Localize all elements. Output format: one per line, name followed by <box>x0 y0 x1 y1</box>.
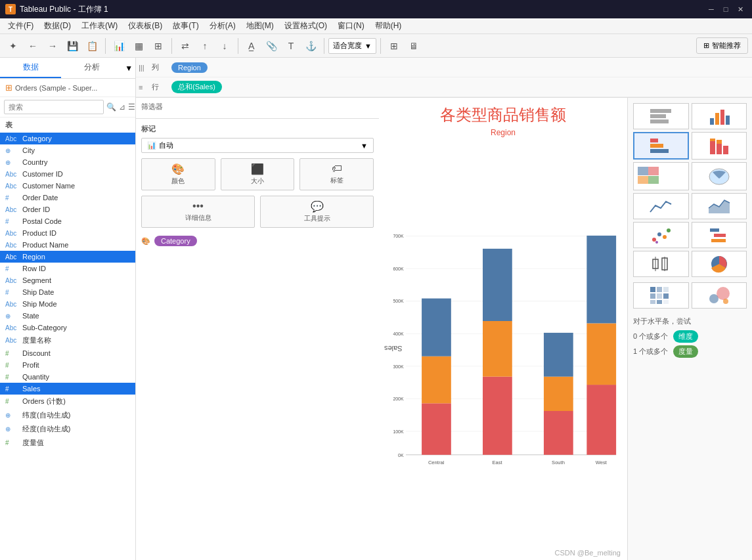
chart-type-gantt[interactable] <box>692 222 747 248</box>
chart-type-scatter[interactable] <box>633 162 689 190</box>
tab-analysis[interactable]: 分析 <box>61 58 122 78</box>
chart-type-pie[interactable] <box>692 251 747 277</box>
toolbar-grid[interactable]: ⊞ <box>385 37 403 55</box>
field-sub-category[interactable]: Abc Sub-Category <box>0 322 135 334</box>
field-measure-values[interactable]: # 度量值 <box>0 436 135 450</box>
right-panel: 对于水平条，尝试 0 个或多个 维度 1 个或多个 度量 <box>627 98 752 560</box>
menu-story[interactable]: 故事(T) <box>167 19 204 33</box>
field-product-id[interactable]: Abc Product ID <box>0 227 135 239</box>
field-city[interactable]: ⊕ City <box>0 144 135 156</box>
smart-recommend-button[interactable]: ⊞ 智能推荐 <box>696 37 748 54</box>
field-product-name[interactable]: Abc Product Name <box>0 239 135 251</box>
field-discount[interactable]: # Discount <box>0 347 135 359</box>
chart-type-scatter2[interactable] <box>633 222 689 248</box>
fit-dropdown[interactable]: 适合宽度 ▼ <box>328 38 376 54</box>
field-profit[interactable]: # Profit <box>0 359 135 371</box>
chart-type-text[interactable] <box>633 103 689 129</box>
data-source[interactable]: ⊞ Orders (Sample - Super... <box>0 79 135 97</box>
search-input[interactable] <box>4 100 104 114</box>
cols-region-pill[interactable]: Region <box>171 62 208 73</box>
chart-type-line[interactable] <box>633 193 689 219</box>
menu-map[interactable]: 地图(M) <box>241 19 279 33</box>
rows-sales-pill[interactable]: 总和(Sales) <box>171 81 222 93</box>
menu-window[interactable]: 窗口(N) <box>332 19 370 33</box>
field-ship-mode[interactable]: Abc Ship Mode <box>0 298 135 310</box>
toolbar-forward[interactable]: → <box>43 37 62 55</box>
field-type-icon: Abc <box>5 337 18 344</box>
chart-type-hbar-selected[interactable] <box>633 132 689 160</box>
svg-text:0K: 0K <box>398 453 404 458</box>
toolbar-sheet3[interactable]: ⊞ <box>149 37 167 55</box>
field-latitude[interactable]: ⊕ 纬度(自动生成) <box>0 408 135 422</box>
svg-rect-20 <box>650 109 671 113</box>
menu-dashboard[interactable]: 仪表板(B) <box>123 19 167 33</box>
sidebar-tab-arrow[interactable]: ▼ <box>122 58 135 78</box>
mark-size-button[interactable]: ⬛ 大小 <box>221 158 295 190</box>
toolbar-t[interactable]: T <box>282 37 300 55</box>
toolbar-sheet2[interactable]: ▦ <box>129 37 148 55</box>
menu-analysis[interactable]: 分析(A) <box>204 19 241 33</box>
marks-category-pill[interactable]: Category <box>154 236 197 246</box>
field-segment[interactable]: Abc Segment <box>0 274 135 286</box>
field-order-date[interactable]: # Order Date <box>0 192 135 204</box>
menu-file[interactable]: 文件(F) <box>3 19 39 33</box>
dim-count-label: 0 个或多个 <box>633 332 668 341</box>
field-sales[interactable]: # Sales <box>0 383 135 395</box>
window-title: Tableau Public - 工作簿 1 <box>20 4 705 15</box>
toolbar-save[interactable]: 💾 <box>63 37 81 55</box>
toolbar-sort-asc[interactable]: ↑ <box>196 37 214 55</box>
field-customer-name[interactable]: Abc Customer Name <box>0 180 135 192</box>
search-icon[interactable]: 🔍 <box>106 100 116 114</box>
field-longitude[interactable]: ⊕ 经度(自动生成) <box>0 422 135 436</box>
field-type-icon: Abc <box>5 253 18 261</box>
mark-detail-button[interactable]: ••• 详细信息 <box>141 196 255 228</box>
toolbar-swap[interactable]: ⇄ <box>176 37 194 55</box>
svg-rect-25 <box>720 110 724 125</box>
toolbar-fix[interactable]: ⚓ <box>301 37 320 55</box>
chart-type-heatmap[interactable] <box>633 282 689 309</box>
toolbar-sort-desc[interactable]: ↓ <box>215 37 234 55</box>
toolbar-sheet[interactable]: 📊 <box>110 37 128 55</box>
menu-format[interactable]: 设置格式(O) <box>279 19 332 33</box>
menu-worksheet[interactable]: 工作表(W) <box>76 19 123 33</box>
toolbar-new[interactable]: ✦ <box>4 37 22 55</box>
menu-data[interactable]: 数据(D) <box>39 19 76 33</box>
toolbar-save2[interactable]: 📋 <box>83 37 101 55</box>
menu-help[interactable]: 帮助(H) <box>370 19 407 33</box>
mark-label-button[interactable]: 🏷 标签 <box>299 158 374 190</box>
field-ship-date[interactable]: # Ship Date <box>0 286 135 298</box>
field-row-id[interactable]: # Row ID <box>0 263 135 274</box>
mark-tooltip-button[interactable]: 💬 工具提示 <box>260 196 374 228</box>
bar-west-technology <box>586 236 616 324</box>
chart-type-stacked-bar[interactable] <box>692 132 747 160</box>
minimize-button[interactable]: ─ <box>705 3 718 16</box>
field-state[interactable]: ⊕ State <box>0 310 135 322</box>
toolbar-attach[interactable]: 📎 <box>262 37 280 55</box>
tab-data[interactable]: 数据 <box>0 58 61 78</box>
field-customer-id[interactable]: Abc Customer ID <box>0 168 135 180</box>
maximize-button[interactable]: □ <box>719 3 732 16</box>
field-quantity[interactable]: # Quantity <box>0 371 135 383</box>
field-postal-code[interactable]: # Postal Code <box>0 215 135 227</box>
filter-icon[interactable]: ⊿ <box>119 100 125 114</box>
close-button[interactable]: ✕ <box>734 3 747 16</box>
view-icon[interactable]: ☰ <box>128 100 135 114</box>
toolbar-text[interactable]: A̲ <box>242 37 261 55</box>
chart-type-bar[interactable] <box>692 103 747 129</box>
field-region[interactable]: Abc Region <box>0 251 135 263</box>
field-measure-name[interactable]: Abc 度量名称 <box>0 334 135 347</box>
field-country[interactable]: ⊕ Country <box>0 156 135 168</box>
chart-type-boxplot[interactable] <box>633 251 689 277</box>
field-type-icon: Abc <box>5 277 18 284</box>
field-category[interactable]: Abc Category <box>0 133 135 144</box>
chart-type-area[interactable] <box>692 193 747 219</box>
field-order-id[interactable]: Abc Order ID <box>0 204 135 215</box>
chart-type-map[interactable] <box>692 162 747 190</box>
toolbar-back[interactable]: ← <box>24 37 42 55</box>
toolbar-screen[interactable]: 🖥 <box>405 37 423 55</box>
chart-type-bubble[interactable] <box>692 282 747 309</box>
bar-central-furniture <box>422 403 451 454</box>
field-orders-count[interactable]: # Orders (计数) <box>0 395 135 408</box>
mark-color-button[interactable]: 🎨 颜色 <box>141 158 215 190</box>
marks-type-dropdown[interactable]: 📊 自动 ▼ <box>141 138 374 153</box>
